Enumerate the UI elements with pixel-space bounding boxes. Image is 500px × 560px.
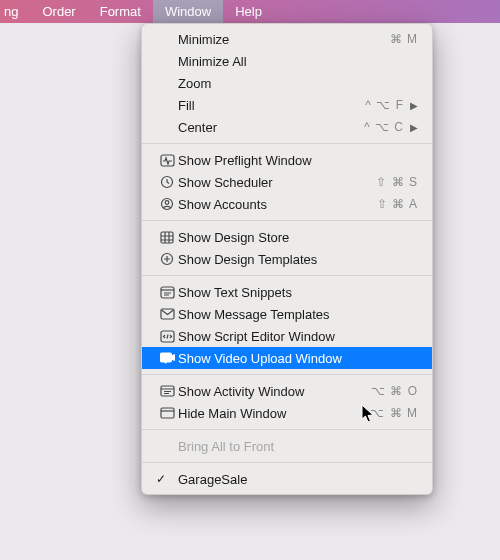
person-icon xyxy=(156,197,178,211)
menu-shortcut: ⇧ ⌘ A xyxy=(368,197,418,211)
grid-icon xyxy=(156,231,178,244)
menu-script-editor[interactable]: Show Script Editor Window xyxy=(142,325,432,347)
menu-shortcut: ⇧ ⌘ S xyxy=(368,175,418,189)
menu-shortcut: ⌥ ⌘ O xyxy=(368,384,418,398)
menu-preflight[interactable]: Show Preflight Window xyxy=(142,149,432,171)
menu-label: Minimize xyxy=(178,32,368,47)
menu-zoom[interactable]: Zoom xyxy=(142,72,432,94)
menu-item-order[interactable]: Order xyxy=(30,0,87,23)
menu-hide-main[interactable]: Hide Main Window ⌥ ⌘ M xyxy=(142,402,432,424)
menu-label: Show Design Templates xyxy=(178,252,368,267)
svg-rect-4 xyxy=(161,232,173,243)
menu-text-snippets[interactable]: Show Text Snippets xyxy=(142,281,432,303)
menu-label: Show Text Snippets xyxy=(178,285,368,300)
menu-label: Hide Main Window xyxy=(178,406,368,421)
menubar: ng Order Format Window Help xyxy=(0,0,500,23)
menu-fill[interactable]: Fill ^ ⌥ F ▶ xyxy=(142,94,432,116)
menu-label: Center xyxy=(178,120,354,135)
menu-shortcut: ⌥ ⌘ M xyxy=(368,406,418,420)
menu-bring-all-to-front: Bring All to Front xyxy=(142,435,432,457)
menu-item-format[interactable]: Format xyxy=(88,0,153,23)
menu-activity[interactable]: Show Activity Window ⌥ ⌘ O xyxy=(142,380,432,402)
menu-separator xyxy=(142,462,432,463)
menu-separator xyxy=(142,374,432,375)
menu-item-window[interactable]: Window xyxy=(153,0,223,23)
menu-label: GarageSale xyxy=(178,472,368,487)
svg-point-3 xyxy=(165,201,169,205)
menu-center[interactable]: Center ^ ⌥ C ▶ xyxy=(142,116,432,138)
clock-icon xyxy=(156,175,178,189)
menu-label: Show Design Store xyxy=(178,230,368,245)
menu-separator xyxy=(142,143,432,144)
menu-label: Show Script Editor Window xyxy=(178,329,368,344)
menu-label: Show Preflight Window xyxy=(178,153,368,168)
menu-video-upload[interactable]: Show Video Upload Window xyxy=(142,347,432,369)
menu-design-store[interactable]: Show Design Store xyxy=(142,226,432,248)
menu-design-templates[interactable]: Show Design Templates xyxy=(142,248,432,270)
menu-label: Show Activity Window xyxy=(178,384,368,399)
menu-label: Show Accounts xyxy=(178,197,368,212)
templates-icon xyxy=(156,252,178,266)
snippets-icon xyxy=(156,286,178,299)
menu-label: Bring All to Front xyxy=(178,439,368,454)
menu-label: Show Scheduler xyxy=(178,175,368,190)
menu-message-templates[interactable]: Show Message Templates xyxy=(142,303,432,325)
menu-shortcut: ^ ⌥ F xyxy=(354,98,404,112)
menu-minimize[interactable]: Minimize ⌘ M xyxy=(142,28,432,50)
menu-label: Zoom xyxy=(178,76,368,91)
menu-label: Fill xyxy=(178,98,354,113)
menu-label: Minimize All xyxy=(178,54,368,69)
checkmark-icon: ✓ xyxy=(156,472,166,486)
submenu-arrow-icon: ▶ xyxy=(410,100,418,111)
heartbeat-icon xyxy=(156,154,178,167)
menu-shortcut: ^ ⌥ C xyxy=(354,120,404,134)
video-upload-icon xyxy=(156,352,178,365)
submenu-arrow-icon: ▶ xyxy=(410,122,418,133)
menu-item-help[interactable]: Help xyxy=(223,0,274,23)
window-icon xyxy=(156,407,178,419)
window-menu-dropdown: Minimize ⌘ M Minimize All Zoom Fill ^ ⌥ … xyxy=(141,23,433,495)
envelope-icon xyxy=(156,308,178,320)
menu-accounts[interactable]: Show Accounts ⇧ ⌘ A xyxy=(142,193,432,215)
menu-label: Show Message Templates xyxy=(178,307,368,322)
svg-rect-11 xyxy=(161,408,174,418)
menu-label: Show Video Upload Window xyxy=(178,351,368,366)
menu-shortcut: ⌘ M xyxy=(368,32,418,46)
menu-minimize-all[interactable]: Minimize All xyxy=(142,50,432,72)
activity-icon xyxy=(156,385,178,397)
menu-separator xyxy=(142,429,432,430)
menu-separator xyxy=(142,275,432,276)
menu-separator xyxy=(142,220,432,221)
menu-item-fragment[interactable]: ng xyxy=(0,0,30,23)
menu-window-garagesale[interactable]: ✓ GarageSale xyxy=(142,468,432,490)
script-icon xyxy=(156,330,178,343)
menu-scheduler[interactable]: Show Scheduler ⇧ ⌘ S xyxy=(142,171,432,193)
